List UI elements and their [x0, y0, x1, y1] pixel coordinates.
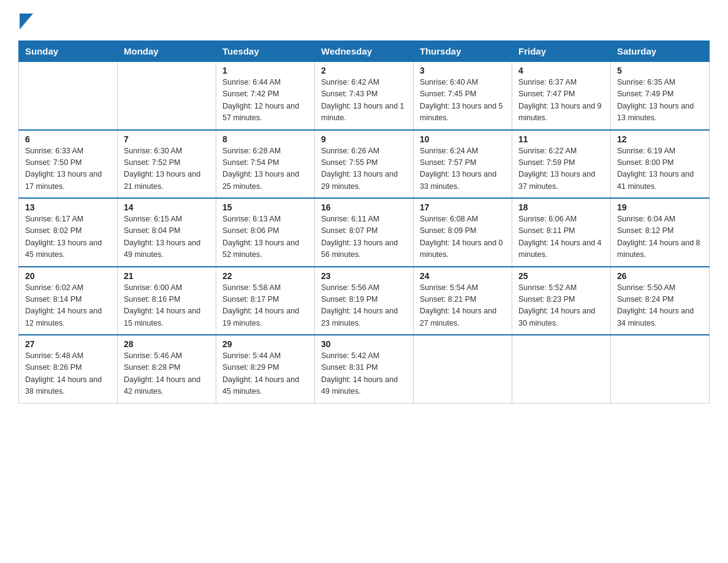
day-number: 8 — [222, 134, 308, 144]
day-number: 16 — [321, 202, 407, 212]
sun-info: Sunrise: 6:35 AMSunset: 7:49 PMDaylight:… — [617, 77, 703, 124]
day-number: 4 — [518, 66, 604, 75]
day-number: 7 — [124, 134, 210, 144]
calendar-cell: 30Sunrise: 5:42 AMSunset: 8:31 PMDayligh… — [315, 335, 414, 403]
day-number: 15 — [222, 202, 308, 212]
day-number: 1 — [222, 66, 308, 75]
calendar-cell: 29Sunrise: 5:44 AMSunset: 8:29 PMDayligh… — [216, 335, 315, 403]
sun-info: Sunrise: 6:06 AMSunset: 8:11 PMDaylight:… — [518, 213, 604, 261]
sun-info: Sunrise: 6:19 AMSunset: 8:00 PMDaylight:… — [617, 145, 703, 193]
calendar-cell: 18Sunrise: 6:06 AMSunset: 8:11 PMDayligh… — [512, 198, 611, 267]
weekday-header-tuesday: Tuesday — [216, 41, 315, 62]
day-number: 27 — [25, 339, 111, 349]
calendar-cell: 20Sunrise: 6:02 AMSunset: 8:14 PMDayligh… — [19, 267, 118, 335]
calendar-cell: 12Sunrise: 6:19 AMSunset: 8:00 PMDayligh… — [611, 130, 710, 199]
calendar-cell: 28Sunrise: 5:46 AMSunset: 8:28 PMDayligh… — [118, 335, 216, 403]
weekday-header-sunday: Sunday — [19, 41, 118, 62]
calendar-cell: 24Sunrise: 5:54 AMSunset: 8:21 PMDayligh… — [414, 267, 512, 335]
day-number: 23 — [321, 271, 407, 281]
calendar-cell: 10Sunrise: 6:24 AMSunset: 7:57 PMDayligh… — [414, 130, 512, 199]
sun-info: Sunrise: 6:30 AMSunset: 7:52 PMDaylight:… — [124, 145, 210, 193]
sun-info: Sunrise: 6:08 AMSunset: 8:09 PMDaylight:… — [420, 213, 506, 261]
calendar-cell — [118, 62, 216, 130]
sun-info: Sunrise: 6:40 AMSunset: 7:45 PMDaylight:… — [420, 77, 506, 124]
sun-info: Sunrise: 6:04 AMSunset: 8:12 PMDaylight:… — [617, 213, 703, 261]
day-number: 22 — [222, 271, 308, 281]
day-number: 11 — [518, 134, 604, 144]
sun-info: Sunrise: 6:42 AMSunset: 7:43 PMDaylight:… — [321, 77, 407, 124]
calendar-cell: 15Sunrise: 6:13 AMSunset: 8:06 PMDayligh… — [216, 198, 315, 267]
calendar-table: SundayMondayTuesdayWednesdayThursdayFrid… — [18, 40, 710, 404]
calendar-cell: 6Sunrise: 6:33 AMSunset: 7:50 PMDaylight… — [19, 130, 118, 199]
calendar-cell: 23Sunrise: 5:56 AMSunset: 8:19 PMDayligh… — [315, 267, 414, 335]
day-number: 14 — [124, 202, 210, 212]
day-number: 13 — [25, 202, 111, 212]
sun-info: Sunrise: 5:58 AMSunset: 8:17 PMDaylight:… — [222, 282, 308, 330]
calendar-week-row: 27Sunrise: 5:48 AMSunset: 8:26 PMDayligh… — [19, 335, 710, 403]
day-number: 26 — [617, 271, 703, 281]
sun-info: Sunrise: 5:56 AMSunset: 8:19 PMDaylight:… — [321, 282, 407, 330]
calendar-cell: 25Sunrise: 5:52 AMSunset: 8:23 PMDayligh… — [512, 267, 611, 335]
sun-info: Sunrise: 6:24 AMSunset: 7:57 PMDaylight:… — [420, 145, 506, 193]
sun-info: Sunrise: 6:13 AMSunset: 8:06 PMDaylight:… — [222, 213, 308, 261]
sun-info: Sunrise: 6:26 AMSunset: 7:55 PMDaylight:… — [321, 145, 407, 193]
sun-info: Sunrise: 6:17 AMSunset: 8:02 PMDaylight:… — [25, 213, 111, 261]
calendar-cell: 19Sunrise: 6:04 AMSunset: 8:12 PMDayligh… — [611, 198, 710, 267]
calendar-cell: 9Sunrise: 6:26 AMSunset: 7:55 PMDaylight… — [315, 130, 414, 199]
calendar-cell: 11Sunrise: 6:22 AMSunset: 7:59 PMDayligh… — [512, 130, 611, 199]
calendar-cell: 8Sunrise: 6:28 AMSunset: 7:54 PMDaylight… — [216, 130, 315, 199]
page-header — [18, 12, 710, 29]
sun-info: Sunrise: 6:15 AMSunset: 8:04 PMDaylight:… — [124, 213, 210, 261]
sun-info: Sunrise: 6:11 AMSunset: 8:07 PMDaylight:… — [321, 213, 407, 261]
weekday-header-friday: Friday — [512, 41, 611, 62]
day-number: 6 — [25, 134, 111, 144]
weekday-header-thursday: Thursday — [414, 41, 512, 62]
day-number: 10 — [420, 134, 506, 144]
calendar-cell: 22Sunrise: 5:58 AMSunset: 8:17 PMDayligh… — [216, 267, 315, 335]
sun-info: Sunrise: 6:37 AMSunset: 7:47 PMDaylight:… — [518, 77, 604, 124]
sun-info: Sunrise: 5:44 AMSunset: 8:29 PMDaylight:… — [222, 350, 308, 398]
calendar-cell: 4Sunrise: 6:37 AMSunset: 7:47 PMDaylight… — [512, 62, 611, 130]
day-number: 21 — [124, 271, 210, 281]
calendar-week-row: 6Sunrise: 6:33 AMSunset: 7:50 PMDaylight… — [19, 130, 710, 199]
weekday-header-saturday: Saturday — [611, 41, 710, 62]
calendar-cell: 1Sunrise: 6:44 AMSunset: 7:42 PMDaylight… — [216, 62, 315, 130]
sun-info: Sunrise: 5:42 AMSunset: 8:31 PMDaylight:… — [321, 350, 407, 398]
sun-info: Sunrise: 5:48 AMSunset: 8:26 PMDaylight:… — [25, 350, 111, 398]
sun-info: Sunrise: 5:52 AMSunset: 8:23 PMDaylight:… — [518, 282, 604, 330]
calendar-cell: 27Sunrise: 5:48 AMSunset: 8:26 PMDayligh… — [19, 335, 118, 403]
weekday-header-monday: Monday — [118, 41, 216, 62]
calendar-week-row: 1Sunrise: 6:44 AMSunset: 7:42 PMDaylight… — [19, 62, 710, 130]
day-number: 28 — [124, 339, 210, 349]
sun-info: Sunrise: 6:33 AMSunset: 7:50 PMDaylight:… — [25, 145, 111, 193]
calendar-cell: 7Sunrise: 6:30 AMSunset: 7:52 PMDaylight… — [118, 130, 216, 199]
calendar-cell: 13Sunrise: 6:17 AMSunset: 8:02 PMDayligh… — [19, 198, 118, 267]
logo-triangle-icon — [20, 13, 33, 29]
day-number: 19 — [617, 202, 703, 212]
day-number: 20 — [25, 271, 111, 281]
day-number: 25 — [518, 271, 604, 281]
calendar-cell — [19, 62, 118, 130]
weekday-header-row: SundayMondayTuesdayWednesdayThursdayFrid… — [19, 41, 710, 62]
day-number: 12 — [617, 134, 703, 144]
calendar-cell — [414, 335, 512, 403]
sun-info: Sunrise: 5:46 AMSunset: 8:28 PMDaylight:… — [124, 350, 210, 398]
calendar-cell: 14Sunrise: 6:15 AMSunset: 8:04 PMDayligh… — [118, 198, 216, 267]
calendar-week-row: 13Sunrise: 6:17 AMSunset: 8:02 PMDayligh… — [19, 198, 710, 267]
day-number: 2 — [321, 66, 407, 75]
calendar-cell — [512, 335, 611, 403]
calendar-cell — [611, 335, 710, 403]
day-number: 5 — [617, 66, 703, 75]
calendar-cell: 3Sunrise: 6:40 AMSunset: 7:45 PMDaylight… — [414, 62, 512, 130]
day-number: 9 — [321, 134, 407, 144]
weekday-header-wednesday: Wednesday — [315, 41, 414, 62]
calendar-cell: 16Sunrise: 6:11 AMSunset: 8:07 PMDayligh… — [315, 198, 414, 267]
calendar-week-row: 20Sunrise: 6:02 AMSunset: 8:14 PMDayligh… — [19, 267, 710, 335]
day-number: 29 — [222, 339, 308, 349]
day-number: 24 — [420, 271, 506, 281]
calendar-cell: 17Sunrise: 6:08 AMSunset: 8:09 PMDayligh… — [414, 198, 512, 267]
sun-info: Sunrise: 6:44 AMSunset: 7:42 PMDaylight:… — [222, 77, 308, 124]
sun-info: Sunrise: 6:00 AMSunset: 8:16 PMDaylight:… — [124, 282, 210, 330]
calendar-cell: 21Sunrise: 6:00 AMSunset: 8:16 PMDayligh… — [118, 267, 216, 335]
sun-info: Sunrise: 5:54 AMSunset: 8:21 PMDaylight:… — [420, 282, 506, 330]
